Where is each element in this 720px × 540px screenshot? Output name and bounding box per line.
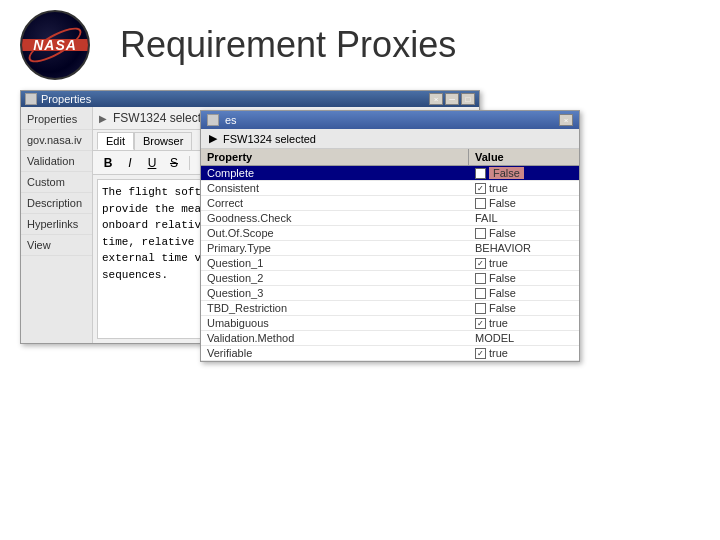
- value-text: true: [489, 347, 508, 359]
- row-property: Goodness.Check: [201, 211, 469, 225]
- row-property: Question_1: [201, 256, 469, 270]
- row-value: true: [469, 256, 579, 270]
- table-body: Complete False Consistent true: [201, 166, 579, 361]
- row-property: Question_3: [201, 286, 469, 300]
- value-window: es × ▶ FSW1324 selected Property Value: [200, 110, 580, 362]
- header: NASA Requirement Proxies: [0, 0, 720, 90]
- strikethrough-button[interactable]: S: [165, 155, 183, 171]
- value-text: MODEL: [475, 332, 514, 344]
- row-value: FAIL: [469, 211, 579, 225]
- value-selected-header: ▶ FSW1324 selected: [201, 129, 579, 149]
- close-button[interactable]: ×: [429, 93, 443, 105]
- titlebar-icon: [25, 93, 37, 105]
- value-text: False: [489, 272, 516, 284]
- table-row[interactable]: Goodness.Check FAIL: [201, 211, 579, 226]
- checkbox-icon[interactable]: [475, 303, 486, 314]
- tab-edit[interactable]: Edit: [97, 132, 134, 150]
- row-value: False: [469, 286, 579, 300]
- row-value: False: [469, 226, 579, 240]
- table-row[interactable]: Question_3 False: [201, 286, 579, 301]
- value-selected-label: FSW1324 selected: [223, 133, 316, 145]
- table-header: Property Value: [201, 149, 579, 166]
- row-property: TBD_Restriction: [201, 301, 469, 315]
- row-value: true: [469, 181, 579, 195]
- checkbox-icon[interactable]: [475, 228, 486, 239]
- properties-window-title: Properties: [41, 93, 91, 105]
- row-value: False: [469, 301, 579, 315]
- row-property: Correct: [201, 196, 469, 210]
- row-value: BEHAVIOR: [469, 241, 579, 255]
- tab-browser[interactable]: Browser: [134, 132, 192, 150]
- table-row[interactable]: Validation.Method MODEL: [201, 331, 579, 346]
- toolbar-separator: [189, 156, 190, 170]
- value-text: true: [489, 317, 508, 329]
- value-text: False: [489, 197, 516, 209]
- checkbox-icon[interactable]: [475, 168, 486, 179]
- value-text: False: [489, 302, 516, 314]
- row-value: False: [469, 271, 579, 285]
- value-titlebar: es ×: [201, 111, 579, 129]
- nasa-logo: NASA: [20, 10, 90, 80]
- props-sidebar: Properties gov.nasa.iv Validation Custom…: [21, 107, 93, 343]
- underline-button[interactable]: U: [143, 155, 161, 171]
- checkbox-icon[interactable]: [475, 198, 486, 209]
- table-row[interactable]: Umabiguous true: [201, 316, 579, 331]
- value-text: BEHAVIOR: [475, 242, 531, 254]
- row-value: true: [469, 346, 579, 360]
- sidebar-item-description[interactable]: Description: [21, 193, 92, 214]
- checkbox-icon[interactable]: [475, 183, 486, 194]
- value-text: False: [489, 227, 516, 239]
- sidebar-item-hyperlinks[interactable]: Hyperlinks: [21, 214, 92, 235]
- minimize-button[interactable]: ─: [445, 93, 459, 105]
- value-close-button[interactable]: ×: [559, 114, 573, 126]
- checkbox-icon[interactable]: [475, 318, 486, 329]
- checkbox-icon[interactable]: [475, 288, 486, 299]
- row-property: Consistent: [201, 181, 469, 195]
- page-title: Requirement Proxies: [120, 24, 456, 66]
- table-row[interactable]: Question_2 False: [201, 271, 579, 286]
- value-titlebar-icon: [207, 114, 219, 126]
- table-row[interactable]: Consistent true: [201, 181, 579, 196]
- bold-button[interactable]: B: [99, 155, 117, 171]
- table-row[interactable]: Question_1 true: [201, 256, 579, 271]
- sidebar-item-custom[interactable]: Custom: [21, 172, 92, 193]
- value-text: true: [489, 257, 508, 269]
- row-property: Out.Of.Scope: [201, 226, 469, 240]
- value-window-controls: ×: [559, 114, 573, 126]
- arrow-icon: ▶: [99, 113, 107, 124]
- table-row[interactable]: Verifiable true: [201, 346, 579, 361]
- properties-titlebar: Properties × ─ □: [21, 91, 479, 107]
- sidebar-item-properties[interactable]: Properties: [21, 109, 92, 130]
- table-row[interactable]: Complete False: [201, 166, 579, 181]
- row-value: False: [469, 166, 579, 180]
- content-area: Properties × ─ □ Properties gov.nasa.iv …: [0, 90, 720, 530]
- row-property: Validation.Method: [201, 331, 469, 345]
- table-row[interactable]: TBD_Restriction False: [201, 301, 579, 316]
- th-property: Property: [201, 149, 469, 165]
- row-property: Question_2: [201, 271, 469, 285]
- value-arrow-icon: ▶: [209, 132, 217, 145]
- maximize-button[interactable]: □: [461, 93, 475, 105]
- value-text: FAIL: [475, 212, 498, 224]
- checkbox-icon[interactable]: [475, 258, 486, 269]
- checkbox-icon[interactable]: [475, 273, 486, 284]
- table-row[interactable]: Primary.Type BEHAVIOR: [201, 241, 579, 256]
- value-window-title: es: [225, 114, 237, 126]
- row-value: true: [469, 316, 579, 330]
- row-value: MODEL: [469, 331, 579, 345]
- window-controls: × ─ □: [429, 93, 475, 105]
- table-row[interactable]: Out.Of.Scope False: [201, 226, 579, 241]
- titlebar-left: Properties: [25, 93, 91, 105]
- table-row[interactable]: Correct False: [201, 196, 579, 211]
- right-value-panel: es × ▶ FSW1324 selected Property Value: [200, 110, 580, 362]
- row-property: Primary.Type: [201, 241, 469, 255]
- sidebar-item-gov[interactable]: gov.nasa.iv: [21, 130, 92, 151]
- italic-button[interactable]: I: [121, 155, 139, 171]
- sidebar-item-validation[interactable]: Validation: [21, 151, 92, 172]
- sidebar-item-view[interactable]: View: [21, 235, 92, 256]
- th-value: Value: [469, 149, 579, 165]
- checkbox-icon[interactable]: [475, 348, 486, 359]
- value-text: False: [489, 167, 524, 179]
- row-property: Verifiable: [201, 346, 469, 360]
- row-property: Complete: [201, 166, 469, 180]
